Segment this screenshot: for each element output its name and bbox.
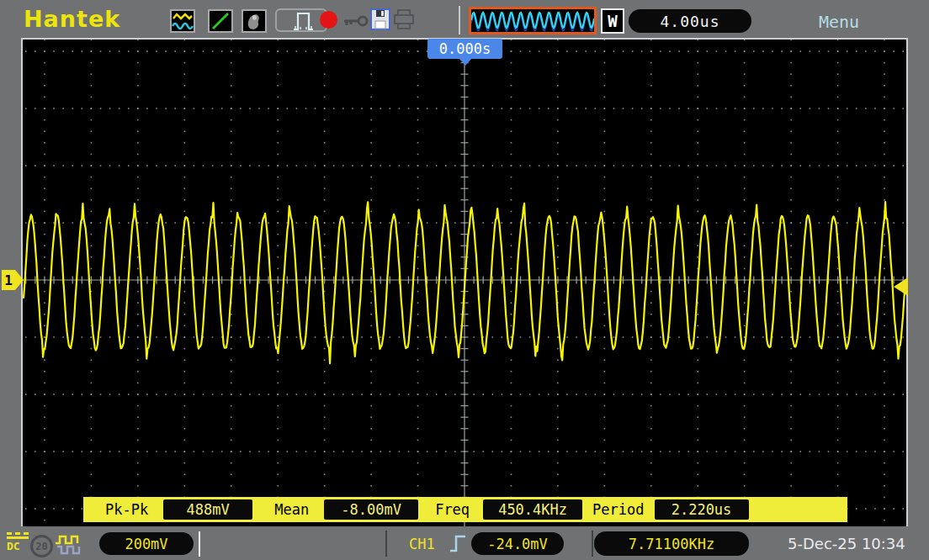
- channels-button[interactable]: [170, 9, 195, 33]
- trigger-source-label: CH1: [409, 536, 435, 552]
- dc-solid-line: [7, 536, 29, 539]
- toolbar-divider: [459, 6, 460, 34]
- cursor-line: [199, 531, 200, 557]
- hand-icon: [243, 11, 265, 31]
- statusbar-divider-2: [592, 531, 593, 557]
- bandwidth-limit-badge: 20: [30, 535, 53, 557]
- record-icon[interactable]: [320, 11, 337, 29]
- preview-sine-icon: [471, 9, 594, 32]
- volts-per-div-value[interactable]: 200mV: [99, 532, 194, 555]
- scope-display: [21, 38, 908, 526]
- waveform-preview[interactable]: [469, 7, 597, 34]
- meas-label-mean: Mean: [274, 501, 309, 518]
- save-button[interactable]: [369, 8, 391, 34]
- measurement-bar: Pk-Pk 488mV Mean -8.00mV Freq 450.4KHz P…: [83, 497, 847, 522]
- meas-value-mean: -8.00mV: [324, 499, 418, 520]
- measure-line-button[interactable]: [208, 9, 233, 33]
- channel1-marker-arrow-icon: [15, 270, 24, 290]
- trigger-edge-icon[interactable]: [448, 531, 470, 558]
- channel1-marker-label: 1: [2, 270, 15, 290]
- coupling-dc-icon[interactable]: DC: [7, 532, 29, 552]
- pulse-icon: [291, 8, 318, 33]
- print-icon: [392, 8, 416, 34]
- meas-label-period: Period: [592, 501, 644, 518]
- invert-wave-icon[interactable]: [54, 533, 82, 560]
- green-line-icon: [210, 11, 231, 31]
- dual-wave-icon: [172, 11, 194, 31]
- channel1-zero-marker[interactable]: 1: [2, 270, 24, 290]
- trigger-level-value[interactable]: -24.0mV: [471, 532, 564, 555]
- window-mode-button[interactable]: W: [601, 8, 624, 34]
- floppy-disk-icon: [369, 8, 391, 31]
- datetime-label: 5-Dec-25 10:34: [788, 535, 905, 552]
- statusbar-divider: [385, 531, 387, 557]
- brand-logo: Hantek: [24, 6, 120, 32]
- trigger-level-arrow[interactable]: [894, 277, 908, 296]
- dc-dashed-line: [7, 532, 29, 535]
- coupling-label: DC: [7, 541, 29, 552]
- meas-value-pkpk: 488mV: [163, 499, 252, 520]
- counter-frequency-value: 7.71100KHz: [594, 531, 749, 556]
- hand-button[interactable]: [242, 9, 267, 33]
- meas-value-period: 2.220us: [655, 499, 749, 520]
- meas-value-freq: 450.4KHz: [483, 499, 582, 520]
- trigger-position-marker[interactable]: 0.000s: [427, 39, 502, 59]
- meas-label-freq: Freq: [435, 501, 470, 518]
- graticule-and-trace: [23, 40, 906, 526]
- menu-button[interactable]: Menu: [819, 12, 859, 32]
- key-lock-icon: [342, 14, 369, 31]
- timebase-value[interactable]: 4.00us: [629, 9, 751, 33]
- meas-label-pkpk: Pk-Pk: [105, 501, 148, 518]
- pulse-button[interactable]: [291, 8, 318, 36]
